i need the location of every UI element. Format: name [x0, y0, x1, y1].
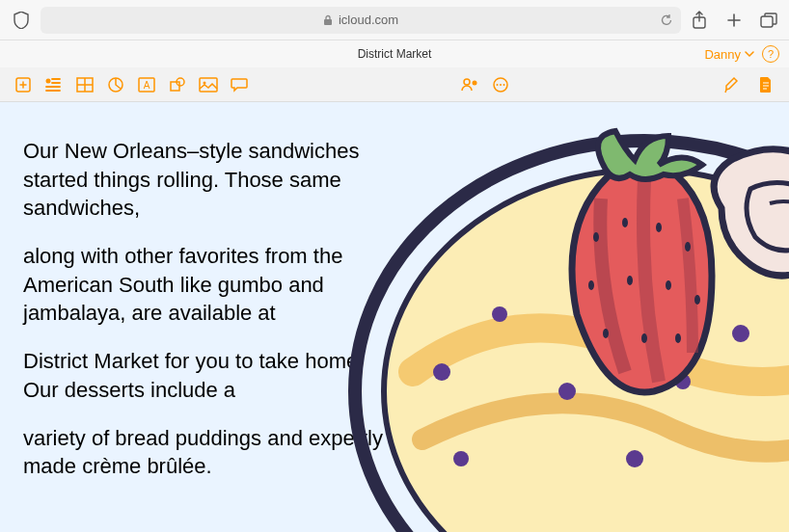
svg-point-16	[497, 84, 499, 86]
browser-actions	[689, 10, 779, 31]
chart-button[interactable]	[102, 73, 129, 96]
svg-point-23	[558, 383, 576, 400]
privacy-shield-icon[interactable]	[10, 9, 33, 32]
svg-point-26	[453, 451, 469, 466]
svg-point-4	[46, 78, 51, 83]
svg-point-12	[204, 81, 206, 84]
svg-point-30	[656, 223, 662, 232]
browser-bar: icloud.com	[0, 0, 789, 40]
svg-point-31	[685, 242, 691, 252]
help-button[interactable]: ?	[762, 45, 779, 63]
svg-point-13	[464, 79, 470, 85]
collaborate-button[interactable]	[456, 73, 483, 96]
refresh-icon[interactable]	[660, 13, 673, 27]
document-options-button[interactable]	[752, 73, 779, 96]
toolbar: A	[0, 67, 789, 102]
svg-point-38	[675, 333, 681, 343]
svg-point-27	[626, 450, 643, 467]
shape-button[interactable]	[164, 73, 191, 96]
chevron-down-icon	[745, 50, 754, 58]
svg-point-34	[666, 280, 671, 290]
toolbar-right-group	[718, 73, 779, 96]
comment-button[interactable]	[226, 73, 253, 96]
document-canvas[interactable]: Our New Orleans–style sandwiches started…	[0, 102, 789, 532]
dessert-illustration	[326, 102, 789, 532]
svg-point-33	[627, 276, 633, 285]
document-header: District Market Danny ?	[0, 40, 789, 67]
more-button[interactable]	[487, 73, 514, 96]
document-title: District Market	[358, 47, 432, 61]
svg-rect-9	[171, 82, 179, 91]
svg-rect-2	[761, 16, 773, 27]
share-icon[interactable]	[689, 10, 710, 31]
svg-point-18	[503, 84, 505, 86]
toolbar-center-group	[456, 73, 514, 96]
lock-icon	[323, 14, 333, 26]
svg-point-25	[732, 325, 749, 342]
svg-point-37	[641, 333, 647, 343]
svg-rect-11	[200, 78, 217, 92]
new-tab-icon[interactable]	[723, 10, 745, 31]
svg-point-35	[694, 295, 700, 305]
svg-point-22	[492, 306, 507, 322]
insert-page-button[interactable]	[10, 73, 37, 96]
svg-point-17	[500, 84, 502, 86]
media-button[interactable]	[195, 73, 222, 96]
svg-point-32	[588, 280, 594, 290]
svg-text:A: A	[144, 80, 150, 91]
svg-point-14	[473, 80, 477, 85]
address-bar[interactable]: icloud.com	[41, 7, 681, 34]
paragraph-style-button[interactable]	[41, 73, 68, 96]
svg-point-21	[433, 363, 450, 381]
toolbar-left-group: A	[10, 73, 253, 96]
text-box-button[interactable]: A	[133, 73, 160, 96]
tabs-overview-icon[interactable]	[758, 10, 779, 31]
user-name-label: Danny	[704, 47, 741, 62]
svg-point-28	[593, 232, 599, 242]
svg-rect-0	[324, 19, 332, 25]
address-text: icloud.com	[339, 13, 398, 27]
format-brush-button[interactable]	[718, 73, 745, 96]
table-button[interactable]	[71, 73, 98, 96]
svg-point-29	[622, 218, 628, 227]
svg-point-36	[603, 329, 609, 338]
user-menu[interactable]: Danny	[704, 47, 754, 62]
